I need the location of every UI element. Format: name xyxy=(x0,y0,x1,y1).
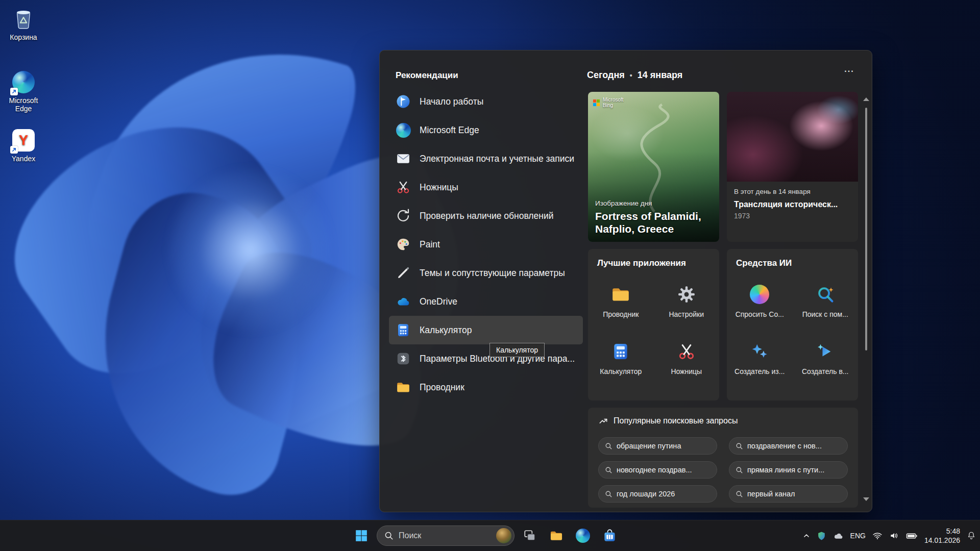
paint-icon xyxy=(395,236,411,253)
app-label: Настройки xyxy=(669,310,704,318)
trending-pill[interactable]: обращение путина xyxy=(598,437,717,455)
notification-bell-icon xyxy=(967,531,976,540)
notifications-button[interactable] xyxy=(967,531,976,540)
rec-item-paint[interactable]: Paint xyxy=(389,230,583,259)
rec-item-mail-accounts[interactable]: Электронная почта и учетные записи xyxy=(389,144,583,173)
trending-query: год лошади 2026 xyxy=(617,490,675,498)
start-button[interactable] xyxy=(350,524,373,547)
edge-icon xyxy=(395,122,411,138)
desktop-icon-edge[interactable]: Microsoft Edge xyxy=(2,70,45,113)
search-icon xyxy=(605,442,612,450)
ai-tool-video-creator[interactable]: Создатель в... xyxy=(793,330,859,387)
rec-item-bluetooth-settings[interactable]: Параметры Bluetooth и другие пара... xyxy=(389,344,583,373)
edge-icon xyxy=(12,70,35,94)
trending-pill[interactable]: поздравление с нов... xyxy=(729,437,848,455)
on-this-day-card[interactable]: В этот день в 14 января Трансляция истор… xyxy=(727,92,858,242)
chevron-up-icon xyxy=(803,532,810,539)
snipping-tool-icon xyxy=(676,341,697,362)
security-tray-button[interactable] xyxy=(817,531,826,541)
rec-item-explorer[interactable]: Проводник xyxy=(389,373,583,402)
wifi-button[interactable] xyxy=(872,531,883,541)
image-creator-icon xyxy=(749,341,770,362)
onedrive-cloud-icon xyxy=(395,293,411,310)
more-options-button[interactable]: ... xyxy=(837,65,862,79)
file-explorer-button[interactable] xyxy=(545,524,568,547)
desktop-icon-yandex[interactable]: Y Yandex xyxy=(2,129,45,163)
rec-item-check-updates[interactable]: Проверить наличие обновлений xyxy=(389,202,583,230)
bluetooth-settings-icon xyxy=(395,350,411,367)
folder-icon xyxy=(610,284,631,305)
app-label: Поиск с пом... xyxy=(802,310,848,318)
top-app-settings[interactable]: Настройки xyxy=(654,272,720,330)
desktop-icon-label: Yandex xyxy=(2,155,45,163)
onedrive-tray-button[interactable] xyxy=(833,531,844,541)
scrollbar-thumb[interactable] xyxy=(865,108,867,350)
tray-chevron-button[interactable] xyxy=(803,532,810,539)
scroll-down-icon[interactable] xyxy=(863,497,869,501)
cloud-icon xyxy=(833,531,844,541)
edge-button[interactable] xyxy=(572,524,594,547)
trending-pill[interactable]: первый канал xyxy=(729,485,848,503)
card-text: В этот день в 14 января Трансляция истор… xyxy=(727,182,858,226)
getting-started-icon xyxy=(395,93,411,110)
ai-tool-image-creator[interactable]: Создатель из... xyxy=(727,330,793,387)
rec-item-label: Ножницы xyxy=(420,182,458,193)
rec-item-snipping-tool[interactable]: Ножницы xyxy=(389,173,583,202)
search-icon xyxy=(384,531,394,540)
microsoft-logo-icon xyxy=(593,99,600,106)
tooltip-calculator: Калькулятор xyxy=(489,343,545,357)
language-indicator[interactable]: ENG xyxy=(850,532,866,540)
search-home-panel: Рекомендации Начало работы Microsoft Edg… xyxy=(379,50,872,512)
app-label: Создатель из... xyxy=(734,367,785,375)
ai-tool-search[interactable]: Поиск с пом... xyxy=(793,272,859,330)
taskbar-search-box[interactable]: Поиск xyxy=(377,525,514,546)
ai-search-icon xyxy=(815,284,836,305)
image-of-day-card[interactable]: Microsoft Bing Изображение дня Fortress … xyxy=(588,92,719,242)
rec-item-label: Проводник xyxy=(420,382,464,393)
trending-pill[interactable]: прямая линия с пути... xyxy=(729,461,848,479)
card-title: Трансляция историческ... xyxy=(734,200,851,209)
scroll-up-icon[interactable] xyxy=(863,97,869,101)
card-kicker: В этот день в 14 января xyxy=(734,188,851,195)
rec-item-onedrive[interactable]: OneDrive xyxy=(389,287,583,316)
calculator-icon xyxy=(610,341,631,362)
rec-item-label: Темы и сопутствующие параметры xyxy=(420,268,565,279)
search-icon xyxy=(605,466,612,474)
battery-button[interactable] xyxy=(906,530,918,542)
shortcut-arrow-icon xyxy=(10,146,18,154)
taskbar: Поиск ENG xyxy=(0,520,980,551)
search-icon xyxy=(736,466,743,474)
top-app-explorer[interactable]: Проводник xyxy=(588,272,654,330)
recommendations-title: Рекомендации xyxy=(396,70,458,81)
app-label: Калькулятор xyxy=(600,367,642,375)
ai-tools-section: Средства ИИ Спросить Co... Поиск с пом..… xyxy=(727,249,858,400)
rec-item-calculator[interactable]: Калькулятор xyxy=(389,316,583,344)
desktop-icon-label: Корзина xyxy=(2,33,45,41)
clock[interactable]: 5:48 14.01.2026 xyxy=(924,527,960,545)
store-button[interactable] xyxy=(598,524,621,547)
security-shield-icon xyxy=(817,531,826,541)
trending-section: Популярные поисковые запросы обращение п… xyxy=(588,408,858,508)
card-text: Изображение дня Fortress of Palamidi, Na… xyxy=(595,199,712,236)
on-this-day-photo xyxy=(727,92,858,182)
trending-pill[interactable]: новогоднее поздрав... xyxy=(598,461,717,479)
rec-item-themes[interactable]: Темы и сопутствующие параметры xyxy=(389,259,583,287)
rec-item-label: Начало работы xyxy=(420,96,483,107)
task-view-button[interactable] xyxy=(519,524,541,547)
app-label: Спросить Co... xyxy=(736,310,784,318)
gear-icon xyxy=(676,284,697,305)
mail-icon xyxy=(395,151,411,167)
ai-tool-copilot[interactable]: Спросить Co... xyxy=(727,272,793,330)
taskbar-center-group: Поиск xyxy=(350,520,621,551)
rec-item-edge[interactable]: Microsoft Edge xyxy=(389,116,583,144)
rec-item-getting-started[interactable]: Начало работы xyxy=(389,87,583,116)
top-apps-section: Лучшие приложения Проводник Настройки Ка… xyxy=(588,249,719,400)
search-daily-image[interactable] xyxy=(496,528,511,543)
brand-text: Microsoft Bing xyxy=(603,97,627,108)
top-app-calculator[interactable]: Калькулятор xyxy=(588,330,654,387)
trending-pill[interactable]: год лошади 2026 xyxy=(598,485,717,503)
desktop-icon-recycle-bin[interactable]: Корзина xyxy=(2,7,45,41)
top-app-snipping[interactable]: Ножницы xyxy=(654,330,720,387)
volume-button[interactable] xyxy=(889,531,899,541)
card-kicker: Изображение дня xyxy=(595,199,712,207)
